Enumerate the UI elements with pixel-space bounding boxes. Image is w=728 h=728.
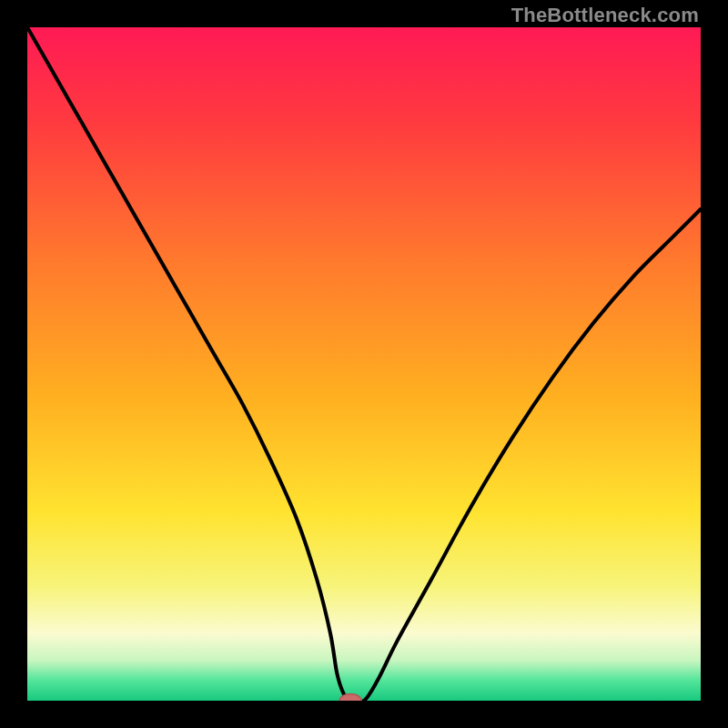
bottleneck-chart xyxy=(27,27,701,701)
plot-area xyxy=(27,27,701,701)
gradient-background xyxy=(27,27,701,701)
optimum-marker xyxy=(339,694,361,701)
outer-frame: TheBottleneck.com xyxy=(0,0,728,728)
watermark-text: TheBottleneck.com xyxy=(511,4,699,27)
